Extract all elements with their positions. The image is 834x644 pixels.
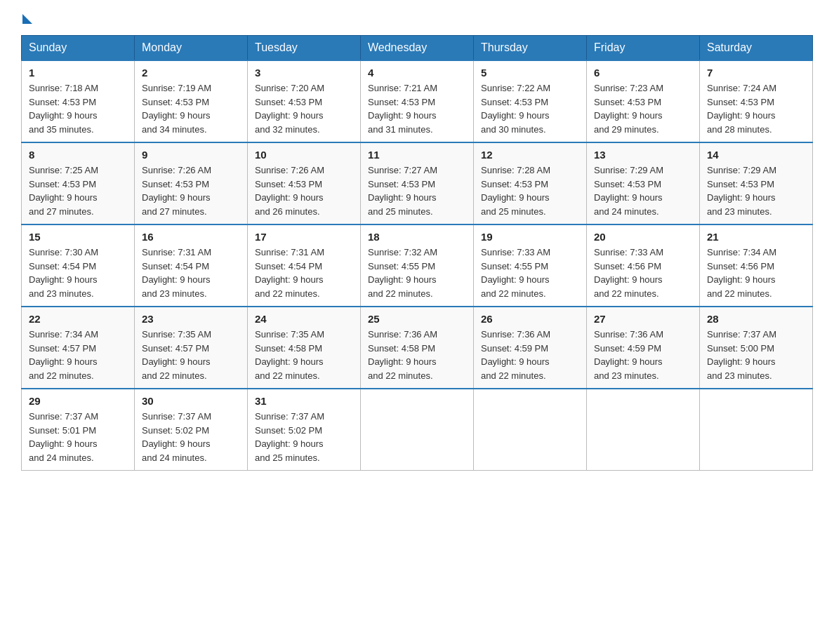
day-info: Sunrise: 7:34 AM Sunset: 4:56 PM Dayligh… (707, 246, 805, 300)
calendar-cell: 18 Sunrise: 7:32 AM Sunset: 4:55 PM Dayl… (361, 224, 474, 307)
logo (21, 14, 32, 21)
week-row-1: 1 Sunrise: 7:18 AM Sunset: 4:53 PM Dayli… (22, 60, 813, 142)
week-row-2: 8 Sunrise: 7:25 AM Sunset: 4:53 PM Dayli… (22, 142, 813, 224)
calendar-cell (361, 389, 474, 471)
calendar-cell: 8 Sunrise: 7:25 AM Sunset: 4:53 PM Dayli… (22, 142, 135, 224)
calendar-cell (700, 389, 813, 471)
day-info: Sunrise: 7:23 AM Sunset: 4:53 PM Dayligh… (594, 81, 692, 136)
day-info: Sunrise: 7:33 AM Sunset: 4:55 PM Dayligh… (481, 246, 579, 300)
day-number: 10 (255, 149, 353, 161)
day-number: 24 (255, 313, 353, 325)
day-info: Sunrise: 7:33 AM Sunset: 4:56 PM Dayligh… (594, 246, 692, 300)
day-info: Sunrise: 7:31 AM Sunset: 4:54 PM Dayligh… (255, 246, 353, 300)
calendar-cell: 26 Sunrise: 7:36 AM Sunset: 4:59 PM Dayl… (474, 307, 587, 389)
calendar-cell: 1 Sunrise: 7:18 AM Sunset: 4:53 PM Dayli… (22, 60, 135, 142)
calendar-cell: 20 Sunrise: 7:33 AM Sunset: 4:56 PM Dayl… (587, 224, 700, 307)
day-number: 22 (29, 313, 127, 325)
column-header-tuesday: Tuesday (248, 36, 361, 61)
day-info: Sunrise: 7:26 AM Sunset: 4:53 PM Dayligh… (255, 163, 353, 218)
day-number: 27 (594, 313, 692, 325)
day-number: 9 (142, 149, 240, 161)
day-info: Sunrise: 7:18 AM Sunset: 4:53 PM Dayligh… (29, 81, 127, 136)
day-number: 17 (255, 231, 353, 243)
calendar-cell: 6 Sunrise: 7:23 AM Sunset: 4:53 PM Dayli… (587, 60, 700, 142)
day-info: Sunrise: 7:21 AM Sunset: 4:53 PM Dayligh… (368, 81, 466, 136)
day-number: 20 (594, 231, 692, 243)
day-number: 7 (707, 67, 805, 79)
day-number: 11 (368, 149, 466, 161)
day-info: Sunrise: 7:32 AM Sunset: 4:55 PM Dayligh… (368, 246, 466, 300)
day-number: 18 (368, 231, 466, 243)
day-info: Sunrise: 7:35 AM Sunset: 4:57 PM Dayligh… (142, 328, 240, 382)
day-number: 8 (29, 149, 127, 161)
day-info: Sunrise: 7:36 AM Sunset: 4:59 PM Dayligh… (594, 328, 692, 382)
day-info: Sunrise: 7:26 AM Sunset: 4:53 PM Dayligh… (142, 163, 240, 218)
calendar-cell: 3 Sunrise: 7:20 AM Sunset: 4:53 PM Dayli… (248, 60, 361, 142)
calendar-cell: 16 Sunrise: 7:31 AM Sunset: 4:54 PM Dayl… (135, 224, 248, 307)
column-header-friday: Friday (587, 36, 700, 61)
column-header-monday: Monday (135, 36, 248, 61)
calendar-cell (474, 389, 587, 471)
day-number: 29 (29, 395, 127, 407)
page-header (21, 14, 813, 21)
day-number: 2 (142, 67, 240, 79)
calendar-cell: 17 Sunrise: 7:31 AM Sunset: 4:54 PM Dayl… (248, 224, 361, 307)
days-header-row: SundayMondayTuesdayWednesdayThursdayFrid… (22, 36, 813, 61)
day-info: Sunrise: 7:36 AM Sunset: 4:59 PM Dayligh… (481, 328, 579, 382)
calendar-cell: 27 Sunrise: 7:36 AM Sunset: 4:59 PM Dayl… (587, 307, 700, 389)
column-header-wednesday: Wednesday (361, 36, 474, 61)
day-number: 15 (29, 231, 127, 243)
calendar-cell: 24 Sunrise: 7:35 AM Sunset: 4:58 PM Dayl… (248, 307, 361, 389)
day-number: 12 (481, 149, 579, 161)
day-info: Sunrise: 7:19 AM Sunset: 4:53 PM Dayligh… (142, 81, 240, 136)
calendar-cell (587, 389, 700, 471)
week-row-4: 22 Sunrise: 7:34 AM Sunset: 4:57 PM Dayl… (22, 307, 813, 389)
day-number: 3 (255, 67, 353, 79)
calendar-cell: 12 Sunrise: 7:28 AM Sunset: 4:53 PM Dayl… (474, 142, 587, 224)
day-number: 4 (368, 67, 466, 79)
day-number: 23 (142, 313, 240, 325)
calendar-cell: 4 Sunrise: 7:21 AM Sunset: 4:53 PM Dayli… (361, 60, 474, 142)
calendar-cell: 5 Sunrise: 7:22 AM Sunset: 4:53 PM Dayli… (474, 60, 587, 142)
day-number: 26 (481, 313, 579, 325)
day-info: Sunrise: 7:27 AM Sunset: 4:53 PM Dayligh… (368, 163, 466, 218)
calendar-cell: 28 Sunrise: 7:37 AM Sunset: 5:00 PM Dayl… (700, 307, 813, 389)
day-info: Sunrise: 7:37 AM Sunset: 5:02 PM Dayligh… (255, 410, 353, 464)
day-info: Sunrise: 7:20 AM Sunset: 4:53 PM Dayligh… (255, 81, 353, 136)
calendar-cell: 13 Sunrise: 7:29 AM Sunset: 4:53 PM Dayl… (587, 142, 700, 224)
day-info: Sunrise: 7:34 AM Sunset: 4:57 PM Dayligh… (29, 328, 127, 382)
column-header-sunday: Sunday (22, 36, 135, 61)
calendar-cell: 2 Sunrise: 7:19 AM Sunset: 4:53 PM Dayli… (135, 60, 248, 142)
calendar-cell: 19 Sunrise: 7:33 AM Sunset: 4:55 PM Dayl… (474, 224, 587, 307)
calendar-cell: 9 Sunrise: 7:26 AM Sunset: 4:53 PM Dayli… (135, 142, 248, 224)
calendar-cell: 10 Sunrise: 7:26 AM Sunset: 4:53 PM Dayl… (248, 142, 361, 224)
week-row-5: 29 Sunrise: 7:37 AM Sunset: 5:01 PM Dayl… (22, 389, 813, 471)
day-number: 13 (594, 149, 692, 161)
day-number: 25 (368, 313, 466, 325)
calendar-cell: 14 Sunrise: 7:29 AM Sunset: 4:53 PM Dayl… (700, 142, 813, 224)
day-info: Sunrise: 7:36 AM Sunset: 4:58 PM Dayligh… (368, 328, 466, 382)
calendar-table: SundayMondayTuesdayWednesdayThursdayFrid… (21, 35, 813, 471)
calendar-cell: 30 Sunrise: 7:37 AM Sunset: 5:02 PM Dayl… (135, 389, 248, 471)
calendar-cell: 15 Sunrise: 7:30 AM Sunset: 4:54 PM Dayl… (22, 224, 135, 307)
day-number: 16 (142, 231, 240, 243)
calendar-cell: 23 Sunrise: 7:35 AM Sunset: 4:57 PM Dayl… (135, 307, 248, 389)
day-info: Sunrise: 7:22 AM Sunset: 4:53 PM Dayligh… (481, 81, 579, 136)
day-info: Sunrise: 7:25 AM Sunset: 4:53 PM Dayligh… (29, 163, 127, 218)
calendar-cell: 7 Sunrise: 7:24 AM Sunset: 4:53 PM Dayli… (700, 60, 813, 142)
day-info: Sunrise: 7:35 AM Sunset: 4:58 PM Dayligh… (255, 328, 353, 382)
day-info: Sunrise: 7:31 AM Sunset: 4:54 PM Dayligh… (142, 246, 240, 300)
calendar-cell: 21 Sunrise: 7:34 AM Sunset: 4:56 PM Dayl… (700, 224, 813, 307)
day-number: 5 (481, 67, 579, 79)
calendar-cell: 25 Sunrise: 7:36 AM Sunset: 4:58 PM Dayl… (361, 307, 474, 389)
day-info: Sunrise: 7:37 AM Sunset: 5:02 PM Dayligh… (142, 410, 240, 464)
day-number: 19 (481, 231, 579, 243)
day-info: Sunrise: 7:24 AM Sunset: 4:53 PM Dayligh… (707, 81, 805, 136)
calendar-cell: 22 Sunrise: 7:34 AM Sunset: 4:57 PM Dayl… (22, 307, 135, 389)
day-number: 21 (707, 231, 805, 243)
day-number: 31 (255, 395, 353, 407)
week-row-3: 15 Sunrise: 7:30 AM Sunset: 4:54 PM Dayl… (22, 224, 813, 307)
logo-triangle-icon (22, 14, 32, 24)
day-info: Sunrise: 7:30 AM Sunset: 4:54 PM Dayligh… (29, 246, 127, 300)
day-number: 1 (29, 67, 127, 79)
